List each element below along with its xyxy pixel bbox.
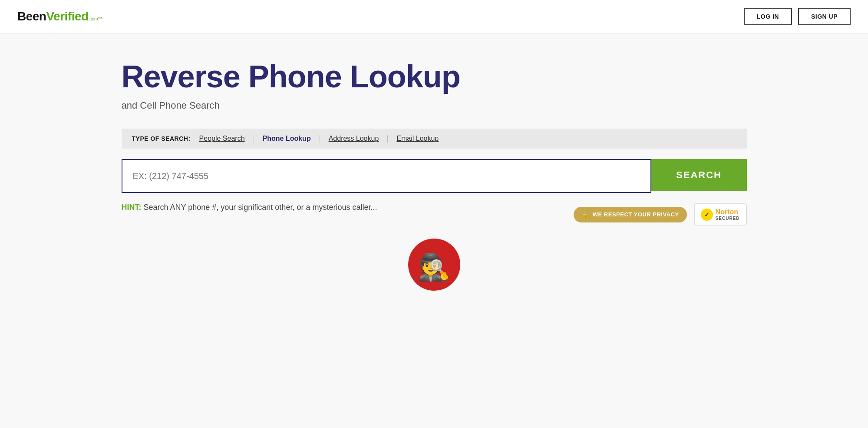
main-content: Reverse Phone Lookup and Cell Phone Sear…: [87, 33, 782, 308]
search-input[interactable]: [122, 160, 650, 192]
search-area: SEARCH: [122, 159, 747, 193]
page-subtitle: and Cell Phone Search: [122, 100, 747, 111]
privacy-badge-text: WE RESPECT YOUR PRIVACY: [593, 211, 679, 218]
logo-dotcom: .com: [89, 16, 98, 21]
search-type-label: TYPE OF SEARCH:: [132, 135, 191, 142]
page-title: Reverse Phone Lookup: [122, 60, 747, 94]
search-type-links: People Search Phone Lookup Address Looku…: [199, 135, 448, 143]
site-logo: BeenVerified.com™: [17, 10, 102, 23]
badges-container: 🔒 WE RESPECT YOUR PRIVACY ✓ Norton SECUR…: [574, 203, 746, 226]
logo-been: Been: [17, 10, 46, 23]
signup-button[interactable]: SIGN UP: [798, 8, 851, 25]
header-buttons: LOG IN SIGN UP: [744, 8, 851, 25]
detective-circle: 🕵️: [408, 239, 460, 291]
search-type-phone[interactable]: Phone Lookup: [254, 135, 320, 143]
norton-text: Norton SECURED: [716, 208, 740, 221]
search-button[interactable]: SEARCH: [651, 159, 747, 191]
norton-secured: SECURED: [716, 216, 740, 221]
hint-badges-row: HINT: Search ANY phone #, your significa…: [122, 202, 747, 226]
search-type-bar: TYPE OF SEARCH: People Search Phone Look…: [122, 129, 747, 149]
norton-check-icon: ✓: [701, 209, 713, 221]
norton-name: Norton: [716, 208, 740, 216]
hint-text: HINT: Search ANY phone #, your significa…: [122, 202, 377, 213]
logo-tm: ™: [98, 17, 102, 21]
privacy-badge: 🔒 WE RESPECT YOUR PRIVACY: [574, 207, 686, 222]
search-type-people[interactable]: People Search: [199, 135, 254, 143]
hint-body: Search ANY phone #, your significant oth…: [142, 203, 377, 212]
detective-icon: 🕵️: [418, 252, 450, 282]
lock-icon: 🔒: [581, 211, 589, 218]
search-type-address[interactable]: Address Lookup: [320, 135, 388, 143]
search-type-email[interactable]: Email Lookup: [388, 135, 447, 143]
bottom-illustration: 🕵️: [122, 239, 747, 291]
logo-verified: Verified: [46, 10, 88, 23]
login-button[interactable]: LOG IN: [744, 8, 792, 25]
hint-label: HINT:: [122, 203, 142, 212]
search-input-wrapper: [122, 159, 651, 193]
page-header: BeenVerified.com™ LOG IN SIGN UP: [0, 0, 868, 33]
norton-badge: ✓ Norton SECURED: [694, 203, 747, 226]
